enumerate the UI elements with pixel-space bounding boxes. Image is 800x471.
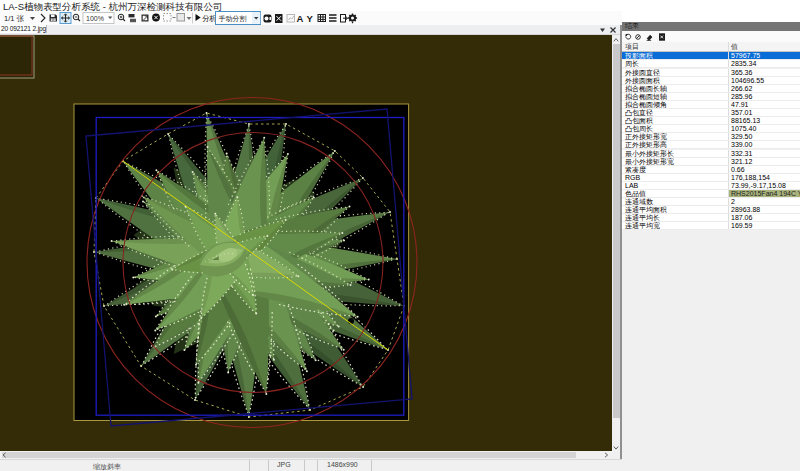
- svg-text:A: A: [297, 13, 304, 24]
- svg-text:100%: 100%: [86, 15, 104, 22]
- svg-text:1/1 张: 1/1 张: [4, 14, 25, 23]
- svg-text:手动分割: 手动分割: [219, 15, 247, 22]
- svg-text:Y: Y: [307, 13, 314, 24]
